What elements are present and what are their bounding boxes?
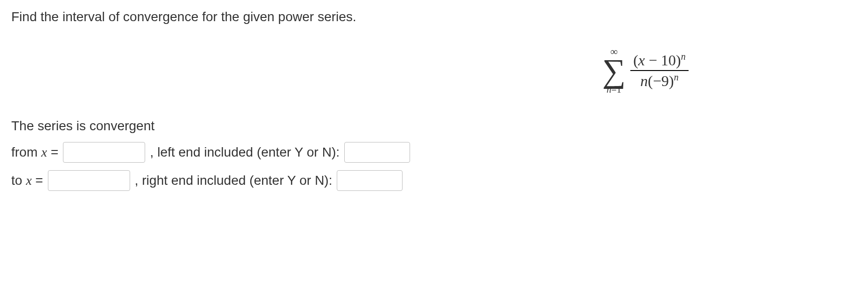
fraction: (x − 10)n n(−9)n	[630, 51, 689, 89]
sigma-lower-limit: n=1	[607, 84, 621, 95]
sigma-symbol: ∑	[602, 58, 626, 84]
from-row: from x = , left end included (enter Y or…	[11, 142, 857, 163]
denominator: n(−9)n	[637, 71, 681, 90]
from-x-input[interactable]	[63, 142, 145, 163]
left-end-label: , left end included (enter Y or N):	[150, 145, 340, 160]
right-end-included-input[interactable]	[337, 170, 403, 191]
left-end-included-input[interactable]	[344, 142, 410, 163]
to-row: to x = , right end included (enter Y or …	[11, 170, 857, 191]
formula-container: ∞ ∑ n=1 (x − 10)n n(−9)n	[11, 43, 857, 95]
numerator: (x − 10)n	[630, 51, 689, 71]
to-x-input[interactable]	[48, 170, 130, 191]
question-prompt: Find the interval of convergence for the…	[11, 9, 857, 24]
power-series-formula: ∞ ∑ n=1 (x − 10)n n(−9)n	[602, 46, 688, 95]
from-label: from x =	[11, 145, 58, 160]
to-label: to x =	[11, 173, 43, 188]
right-end-label: , right end included (enter Y or N):	[135, 173, 333, 188]
sigma-block: ∞ ∑ n=1	[602, 46, 626, 95]
convergent-label: The series is convergent	[11, 118, 857, 134]
